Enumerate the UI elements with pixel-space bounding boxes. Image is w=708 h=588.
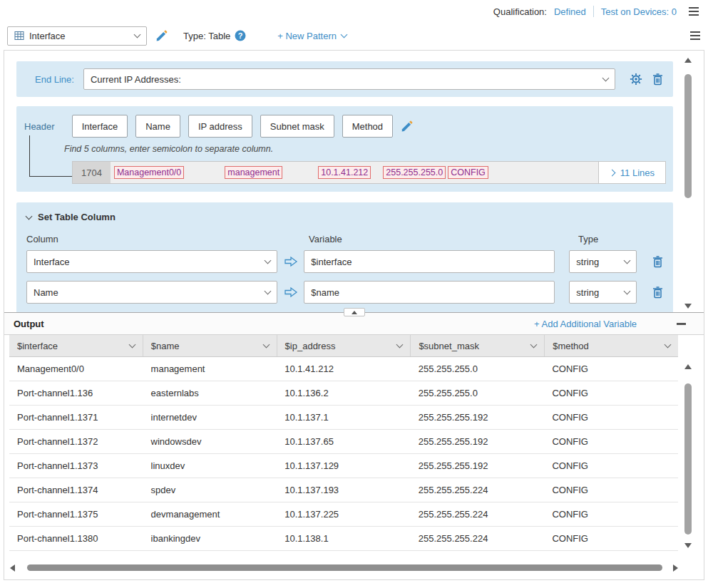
output-table-header: $interface $name $ip_address $subnet_mas… <box>9 335 678 357</box>
output-vertical-scrollbar[interactable] <box>684 364 692 548</box>
output-column-header[interactable]: $name <box>143 335 277 356</box>
scroll-right-arrow[interactable] <box>673 564 678 572</box>
cell-ip-address: 10.1.137.193 <box>277 478 411 502</box>
variable-input[interactable] <box>304 281 555 304</box>
column-select-value: Name <box>34 287 260 298</box>
scroll-down-arrow[interactable] <box>684 543 692 548</box>
minimize-output-icon[interactable] <box>677 323 686 325</box>
set-table-column-toggle[interactable]: Set Table Column <box>26 212 663 222</box>
upper-vertical-scrollbar[interactable] <box>684 58 692 309</box>
cell-interface: Management0/0 <box>9 357 143 381</box>
cell-interface: Port-channel1.1374 <box>9 478 143 502</box>
svg-text:?: ? <box>238 31 243 40</box>
scrollbar-track[interactable] <box>20 564 668 572</box>
pattern-toolbar: Interface Type: Table ? + New Pattern <box>0 23 708 48</box>
cell-interface: Port-channel1.1380 <box>9 527 143 550</box>
set-table-column-title: Set Table Column <box>38 212 116 222</box>
new-pattern-link[interactable]: + New Pattern <box>277 31 347 41</box>
scroll-left-arrow[interactable] <box>10 564 15 572</box>
variable-input[interactable] <box>304 250 555 273</box>
column-header-text: $ip_address <box>285 341 336 351</box>
matched-token: 10.1.41.212 <box>318 166 371 179</box>
output-table: $interface $name $ip_address $subnet_mas… <box>9 335 678 551</box>
chevron-down-icon <box>624 257 631 264</box>
chevron-right-icon <box>608 169 615 176</box>
menu-icon[interactable] <box>688 6 699 16</box>
column-header-text: $interface <box>17 341 58 351</box>
chevron-down-icon <box>26 212 33 220</box>
scroll-up-arrow[interactable] <box>684 58 692 63</box>
header-column-button[interactable]: Name <box>135 115 180 138</box>
scrollbar-thumb[interactable] <box>684 383 692 535</box>
header-column-button[interactable]: IP address <box>188 115 252 138</box>
column-header-label: Column <box>26 234 309 244</box>
column-header-text: $method <box>553 341 589 351</box>
scrollbar-track[interactable] <box>684 372 692 540</box>
collapse-output-button[interactable] <box>344 308 365 316</box>
top-status-bar: Qualification: Defined Test on Devices: … <box>0 0 708 23</box>
cell-subnet-mask: 255.255.255.224 <box>411 478 545 502</box>
cell-subnet-mask: 255.255.255.0 <box>411 381 545 405</box>
end-line-select[interactable]: Current IP Addresses: <box>83 68 615 90</box>
pattern-select[interactable]: Interface <box>7 26 147 46</box>
scrollbar-track[interactable] <box>684 66 692 301</box>
edit-header-pencil-icon[interactable] <box>401 120 413 133</box>
header-column-button[interactable]: Subnet mask <box>260 115 334 138</box>
cell-ip-address: 10.1.136.2 <box>277 381 411 405</box>
pattern-definition-area: End Line: Current IP Addresses: Header <box>4 51 704 312</box>
output-column-header[interactable]: $method <box>545 335 678 356</box>
trash-icon[interactable] <box>652 287 663 299</box>
cell-method: CONFIG <box>544 478 678 502</box>
set-table-column-panel: Set Table Column Column Variable Type In… <box>16 202 673 312</box>
edit-pattern-pencil-icon[interactable] <box>155 30 168 42</box>
pattern-select-value: Interface <box>29 31 130 41</box>
trash-icon[interactable] <box>652 256 663 268</box>
end-line-panel: End Line: Current IP Addresses: <box>16 61 673 97</box>
type-select-value: string <box>576 257 620 267</box>
cell-ip-address: 10.1.137.225 <box>277 502 411 526</box>
scrollbar-thumb[interactable] <box>27 564 662 571</box>
end-line-select-value: Current IP Addresses: <box>91 74 598 85</box>
help-icon[interactable]: ? <box>235 30 246 41</box>
cell-name: windowsdev <box>143 430 277 453</box>
output-column-header[interactable]: $ip_address <box>277 335 411 356</box>
column-select-value: Interface <box>34 257 260 267</box>
toolbar-menu-icon[interactable] <box>689 31 701 41</box>
matched-token: Management0/0 <box>114 166 184 179</box>
type-label: Type: Table <box>183 31 230 41</box>
trash-icon[interactable] <box>652 73 663 86</box>
expand-lines-link[interactable]: 11 Lines <box>598 162 665 183</box>
cell-method: CONFIG <box>544 357 678 381</box>
scroll-up-arrow[interactable] <box>684 364 692 369</box>
column-select[interactable]: Name <box>26 281 277 304</box>
output-column-header[interactable]: $interface <box>9 335 143 356</box>
output-column-header[interactable]: $subnet_mask <box>411 335 545 356</box>
parser-editor-page: Qualification: Defined Test on Devices: … <box>0 0 708 588</box>
scroll-down-arrow[interactable] <box>684 304 692 309</box>
connector-line-horizontal <box>29 176 72 177</box>
cell-method: CONFIG <box>544 381 678 405</box>
type-select[interactable]: string <box>569 250 637 273</box>
test-on-devices-link[interactable]: Test on Devices: 0 <box>601 6 677 17</box>
header-column-button[interactable]: Interface <box>72 115 128 138</box>
chevron-down-icon <box>530 341 538 349</box>
matched-token: 255.255.255.0 <box>383 166 446 179</box>
header-column-button[interactable]: Method <box>342 115 393 138</box>
column-select[interactable]: Interface <box>26 250 277 273</box>
gear-icon[interactable] <box>630 73 642 86</box>
qualification-defined-link[interactable]: Defined <box>554 6 586 17</box>
separator <box>593 6 594 17</box>
cell-subnet-mask: 255.255.255.192 <box>411 430 545 453</box>
cell-name: management <box>143 357 277 381</box>
table-grid-icon <box>14 31 24 41</box>
map-arrow-icon <box>277 256 304 267</box>
cell-ip-address: 10.1.137.129 <box>277 454 411 478</box>
cell-subnet-mask: 255.255.255.192 <box>411 406 545 429</box>
type-header-label: Type <box>578 234 598 244</box>
cell-ip-address: 10.1.137.65 <box>277 430 411 453</box>
type-select[interactable]: string <box>569 281 637 304</box>
add-additional-variable-link[interactable]: + Add Additional Variable <box>534 319 637 329</box>
output-horizontal-scrollbar[interactable] <box>10 564 678 572</box>
chevron-down-icon <box>265 288 272 295</box>
scrollbar-thumb[interactable] <box>684 74 692 198</box>
